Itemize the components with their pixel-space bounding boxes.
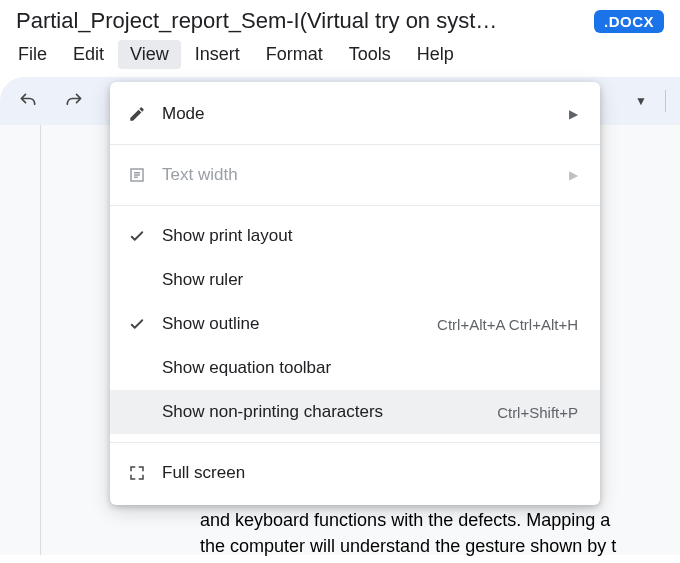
view-mode-item[interactable]: Mode ▶ <box>110 92 600 136</box>
view-non-printing-label: Show non-printing characters <box>162 402 497 422</box>
view-print-layout-item[interactable]: Show print layout <box>110 214 600 258</box>
view-menu-dropdown: Mode ▶ Text width ▶ Show print layout Sh… <box>110 82 600 505</box>
check-icon <box>128 315 146 333</box>
undo-icon <box>18 91 38 111</box>
view-full-screen-label: Full screen <box>162 463 578 483</box>
view-full-screen-item[interactable]: Full screen <box>110 451 600 495</box>
page-left-edge <box>40 125 41 555</box>
toolbar-more-dropdown[interactable]: ▼ <box>627 87 655 115</box>
view-non-printing-shortcut: Ctrl+Shift+P <box>497 404 578 421</box>
menubar: File Edit View Insert Format Tools Help <box>0 38 680 77</box>
menu-format[interactable]: Format <box>254 40 335 69</box>
document-title[interactable]: Partial_Project_report_Sem-I(Virtual try… <box>16 8 497 34</box>
redo-button[interactable] <box>60 87 88 115</box>
view-ruler-item[interactable]: Show ruler <box>110 258 600 302</box>
view-equation-toolbar-item[interactable]: Show equation toolbar <box>110 346 600 390</box>
fullscreen-icon <box>128 464 146 482</box>
view-outline-shortcut: Ctrl+Alt+A Ctrl+Alt+H <box>437 316 578 333</box>
menu-view[interactable]: View <box>118 40 181 69</box>
view-outline-label: Show outline <box>162 314 437 334</box>
view-mode-label: Mode <box>162 104 561 124</box>
submenu-arrow-icon: ▶ <box>569 168 578 182</box>
submenu-arrow-icon: ▶ <box>569 107 578 121</box>
menu-edit[interactable]: Edit <box>61 40 116 69</box>
view-text-width-label: Text width <box>162 165 561 185</box>
view-outline-item[interactable]: Show outline Ctrl+Alt+A Ctrl+Alt+H <box>110 302 600 346</box>
menu-separator <box>110 205 600 206</box>
redo-icon <box>64 91 84 111</box>
view-text-width-item: Text width ▶ <box>110 153 600 197</box>
menu-help[interactable]: Help <box>405 40 466 69</box>
docx-badge: .DOCX <box>594 10 664 33</box>
check-icon <box>128 227 146 245</box>
view-print-layout-label: Show print layout <box>162 226 578 246</box>
menu-tools[interactable]: Tools <box>337 40 403 69</box>
undo-button[interactable] <box>14 87 42 115</box>
caret-down-icon: ▼ <box>635 94 647 108</box>
view-equation-toolbar-label: Show equation toolbar <box>162 358 578 378</box>
toolbar-divider <box>665 90 666 112</box>
view-ruler-label: Show ruler <box>162 270 578 290</box>
menu-insert[interactable]: Insert <box>183 40 252 69</box>
view-non-printing-item[interactable]: Show non-printing characters Ctrl+Shift+… <box>110 390 600 434</box>
menu-file[interactable]: File <box>6 40 59 69</box>
pencil-icon <box>128 105 146 123</box>
text-width-icon <box>128 166 146 184</box>
menu-separator <box>110 144 600 145</box>
menu-separator <box>110 442 600 443</box>
